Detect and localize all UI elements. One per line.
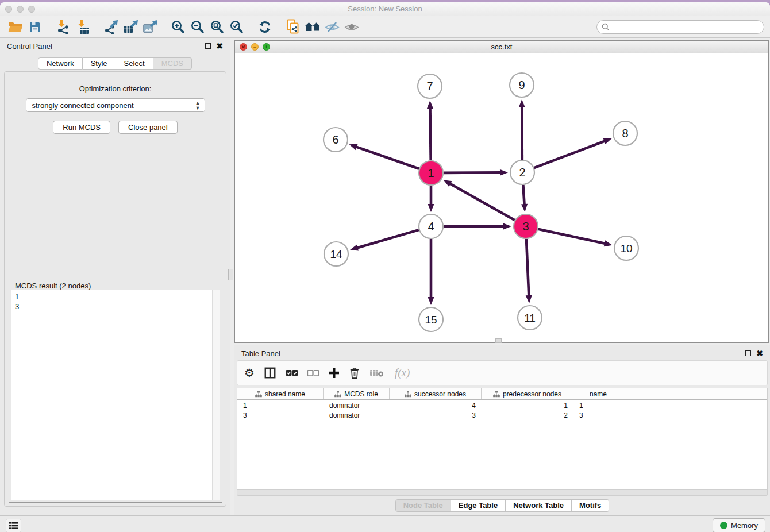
unselect-all-columns-icon[interactable] (307, 370, 319, 376)
table-panel: Table Panel ✖ ⚙ (234, 345, 770, 515)
table-cell[interactable]: 3 (573, 411, 623, 419)
float-panel-icon[interactable] (205, 43, 211, 49)
column-header-predecessor-nodes[interactable]: predecessor nodes (482, 388, 573, 399)
table-row[interactable]: 3dominator323 (237, 410, 767, 420)
column-header-name[interactable]: name (573, 388, 623, 399)
table-cell[interactable]: dominator (324, 411, 390, 419)
tab-style[interactable]: Style (83, 57, 116, 70)
mcds-result-text[interactable]: 13 (11, 290, 212, 500)
graph-edge-4-14[interactable] (356, 230, 419, 248)
hide-selected-eye-slash-icon[interactable] (322, 18, 342, 36)
graph-edge-1-7[interactable] (430, 107, 430, 160)
graph-edge-1-2[interactable] (444, 172, 502, 173)
tab-mcds[interactable]: MCDS (153, 57, 192, 70)
network-maximize-icon[interactable]: + (263, 43, 270, 51)
table-header-row: shared nameMCDS rolesuccessor nodesprede… (237, 388, 767, 400)
graph-node-label: 8 (622, 127, 628, 140)
table-cell[interactable]: 2 (482, 411, 573, 419)
graph-edge-3-1[interactable] (449, 183, 514, 221)
table-cell[interactable]: 4 (390, 402, 482, 410)
control-panel-title: Control Panel (7, 42, 52, 51)
memory-label: Memory (731, 521, 758, 530)
new-network-from-selection-icon[interactable] (283, 18, 303, 36)
tab-motifs[interactable]: Motifs (572, 499, 609, 512)
table-cell[interactable]: 1 (573, 402, 623, 410)
function-builder-icon[interactable]: f(x) (394, 366, 415, 380)
result-scrollbar[interactable] (212, 290, 220, 500)
graph-edge-2-3[interactable] (523, 185, 524, 206)
maximize-window-button[interactable] (28, 6, 35, 13)
tab-network-table[interactable]: Network Table (506, 499, 572, 512)
panel-splitter-handle[interactable] (228, 269, 233, 280)
graph-edge-3-11[interactable] (526, 239, 529, 297)
delete-table-icon[interactable] (369, 368, 384, 377)
run-mcds-button[interactable]: Run MCDS (53, 121, 110, 134)
graph-edge-arrowhead (444, 180, 452, 187)
network-window-title: scc.txt (235, 41, 768, 53)
table-body: 1dominator4113dominator323 (237, 400, 767, 420)
graph-edge-2-8[interactable] (534, 141, 606, 168)
import-network-icon[interactable] (53, 18, 73, 36)
graph-edge-arrowhead (349, 144, 358, 151)
minimize-window-button[interactable] (17, 6, 24, 13)
tab-network[interactable]: Network (38, 57, 83, 70)
apply-layout-refresh-icon[interactable] (255, 18, 275, 36)
table-cell[interactable]: 3 (390, 411, 482, 419)
show-column-icon[interactable] (264, 367, 276, 379)
export-table-icon[interactable] (121, 18, 140, 36)
mcds-result-line: 1 (15, 292, 209, 302)
memory-status-icon (720, 522, 727, 529)
home-icon[interactable] (303, 18, 322, 36)
float-panel-icon[interactable] (745, 350, 751, 356)
table-cell[interactable]: 1 (237, 402, 324, 410)
save-session-icon[interactable] (25, 18, 45, 36)
graph-node-label: 1 (428, 167, 434, 179)
search-field[interactable] (596, 20, 764, 34)
memory-button[interactable]: Memory (713, 518, 765, 532)
app-window: Session: New Session (0, 2, 770, 532)
task-history-button[interactable] (6, 519, 21, 532)
graph-edge-arrowhead (428, 204, 434, 212)
zoom-in-icon[interactable] (168, 18, 188, 36)
close-panel-button[interactable]: Close panel (118, 121, 178, 134)
graph-edge-arrowhead (519, 99, 525, 107)
close-panel-icon[interactable]: ✖ (756, 350, 763, 356)
zoom-selected-icon[interactable] (227, 18, 247, 36)
open-file-icon[interactable] (6, 18, 25, 36)
graph-edge-1-6[interactable] (355, 147, 419, 169)
delete-column-trash-icon[interactable] (349, 367, 360, 379)
panel-splitter-handle[interactable] (495, 338, 502, 343)
table-tabs: Node Table Edge Table Network Table Moti… (234, 499, 770, 512)
network-close-icon[interactable]: ✕ (240, 43, 247, 51)
import-table-icon[interactable] (73, 18, 93, 36)
column-header-shared-name[interactable]: shared name (237, 388, 324, 399)
graph-edge-3-10[interactable] (538, 229, 606, 244)
table-cell[interactable]: dominator (324, 402, 390, 410)
column-header-MCDS-role[interactable]: MCDS role (324, 388, 390, 399)
network-canvas[interactable]: 7968124314101511 (235, 53, 768, 342)
zoom-fit-icon[interactable] (207, 18, 227, 36)
export-network-icon[interactable] (101, 18, 121, 36)
criterion-select[interactable]: strongly connected component ▲▼ (26, 98, 205, 112)
export-image-icon[interactable] (140, 18, 160, 36)
table-options-gear-icon[interactable]: ⚙ (244, 367, 255, 379)
close-window-button[interactable] (5, 6, 12, 13)
add-column-icon[interactable] (328, 367, 340, 379)
select-all-columns-icon[interactable] (286, 369, 298, 376)
tab-edge-table[interactable]: Edge Table (451, 499, 506, 512)
zoom-out-icon[interactable] (188, 18, 207, 36)
graph-node-label: 11 (524, 312, 536, 324)
graph-edge-2-9[interactable] (522, 106, 522, 160)
table-cell[interactable]: 3 (237, 411, 324, 419)
tab-node-table[interactable]: Node Table (395, 499, 451, 512)
network-minimize-icon[interactable]: − (251, 43, 259, 51)
network-window-titlebar[interactable]: ✕ − + scc.txt (235, 41, 768, 53)
show-all-eye-icon[interactable] (342, 18, 361, 36)
table-row[interactable]: 1dominator411 (237, 400, 767, 410)
column-header-successor-nodes[interactable]: successor nodes (390, 388, 482, 399)
table-cell[interactable]: 1 (482, 402, 573, 410)
search-input[interactable] (613, 23, 759, 31)
graph-edge-arrowhead (526, 295, 532, 303)
tab-select[interactable]: Select (116, 57, 153, 70)
close-panel-icon[interactable]: ✖ (216, 43, 223, 49)
